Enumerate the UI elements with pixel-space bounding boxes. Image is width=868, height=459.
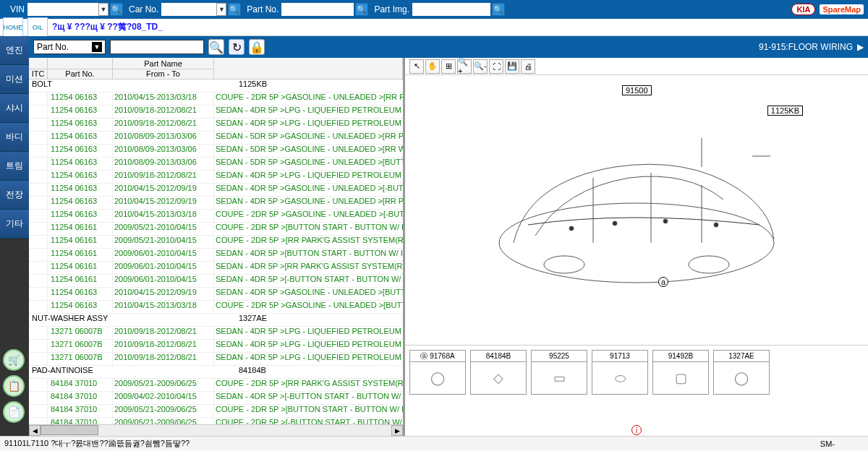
next-icon[interactable]: ▶ [857,42,864,52]
table-row[interactable]: 11254 061612009/05/21-2010/04/15COUPE - … [29,236,403,249]
zoom-area-icon[interactable]: ⊞ [441,59,456,74]
refresh-button[interactable]: ↻ [229,39,244,55]
svg-point-0 [499,203,774,283]
partno-search-icon[interactable]: 🔍 [355,3,368,16]
table-row[interactable]: 11254 061632010/04/15-2012/09/19SEDAN - … [29,184,403,197]
parts-table: ITC Part No. Part NameFrom - To BOLT1125… [29,58,405,436]
thumbnail[interactable]: 95225▭ [531,350,587,395]
wiring-diagram[interactable]: 91500 1125KB a [405,75,868,345]
callout-1125kb: 1125KB [767,106,803,116]
vin-dropdown-icon[interactable]: ▼ [98,3,109,16]
cart-icon[interactable]: 🛒 [3,349,25,371]
sidebar-tab[interactable]: 트림 [0,152,29,181]
table-row[interactable]: 11254 061612009/06/01-2010/04/15SEDAN - … [29,275,403,288]
table-header: ITC Part No. Part NameFrom - To [29,58,403,80]
table-row[interactable]: 11254 061632010/04/15-2013/03/18COUPE - … [29,301,403,314]
col-fromto: From - To [146,69,180,78]
horizontal-scrollbar[interactable]: ◀ ▶ [29,424,403,436]
vin-search-icon[interactable]: 🔍 [110,3,123,16]
sidebar-tab[interactable]: 미션 [0,65,29,94]
table-row[interactable]: 11254 061632010/08/09-2013/03/06SEDAN - … [29,158,403,171]
sidebar-tab[interactable]: 엔진 [0,36,29,65]
callout-a: a [658,277,668,287]
partno-dropdown-label: Part No. [37,42,69,52]
partno-input[interactable] [281,3,354,16]
sidebar-tab[interactable]: 기타 [0,210,29,239]
thumbnail[interactable]: 91713⬭ [592,350,648,395]
thumbnail[interactable]: ⓐ 91768A◯ [409,350,466,395]
callout-91500: 91500 [622,85,652,95]
scroll-thumb[interactable] [41,425,98,435]
vin-input[interactable] [27,3,98,16]
thumbnail[interactable]: 1327AE◯ [713,350,770,395]
save-icon[interactable]: 💾 [505,59,519,74]
vin-label: VIN [10,4,25,14]
table-row[interactable]: 11254 061612009/05/21-2010/04/15COUPE - … [29,223,403,236]
zoom-in-icon[interactable]: 🔍+ [457,59,472,74]
scroll-right-icon[interactable]: ▶ [391,425,403,436]
table-row[interactable]: 11254 061632010/09/18-2012/08/21SEDAN - … [29,119,403,132]
table-group-row[interactable]: BOLT1125KB [29,80,403,93]
home-icon[interactable]: HOME [3,17,23,38]
table-row[interactable]: 84184 370102009/05/21-2009/06/25COUPE - … [29,405,403,418]
svg-point-4 [613,221,617,226]
table-row[interactable]: 11254 061632010/04/15-2013/03/18COUPE - … [29,93,403,106]
doc-icon[interactable]: 📄 [3,401,25,423]
carno-dropdown-icon[interactable]: ▼ [216,3,226,16]
table-row[interactable]: 11254 061632010/09/18-2012/08/21SEDAN - … [29,106,403,119]
table-group-row[interactable]: PAD-ANTINOISE84184B [29,366,403,379]
sidebar-tab[interactable]: 바디 [0,123,29,152]
search-button[interactable]: 🔍 [208,39,224,55]
svg-point-1 [544,256,584,273]
table-row[interactable]: 84184 370102009/04/02-2010/04/15SEDAN - … [29,392,403,405]
oil-icon[interactable]: OIL [27,17,48,38]
table-row[interactable]: 84184 370102009/05/21-2009/06/25COUPE - … [29,418,403,424]
parts-search-input[interactable] [110,40,204,54]
table-row[interactable]: 11254 061612009/06/01-2010/04/15SEDAN - … [29,249,403,262]
carno-label: Car No. [129,4,158,14]
fit-icon[interactable]: ⛶ [489,59,503,74]
carno-search-icon[interactable]: 🔍 [228,3,241,16]
lock-button[interactable]: 🔒 [249,39,265,55]
hand-icon[interactable]: ✋ [425,59,440,74]
table-row[interactable]: 11254 061632010/04/15-2012/09/19SEDAN - … [29,197,403,210]
thumbnail[interactable]: 84184B◇ [470,350,527,395]
col-partname: Part Name [113,59,213,69]
sparemap-logo: SpareMap [820,4,864,14]
top-search-bar: VIN ▼ 🔍 Car No. ▼ 🔍 Part No. 🔍 Part Img.… [0,0,868,19]
scroll-left-icon[interactable]: ◀ [29,425,41,436]
status-right: SM- [820,439,835,448]
svg-point-5 [663,219,668,223]
carno-input[interactable] [161,3,216,16]
table-row[interactable]: 11254 061632010/04/15-2013/03/18COUPE - … [29,210,403,223]
table-row[interactable]: 13271 06007B2010/09/18-2012/08/21SEDAN -… [29,340,403,353]
list-icon[interactable]: 📋 [3,375,25,397]
table-row[interactable]: 11254 061632010/08/09-2013/03/06SEDAN - … [29,132,403,145]
sidebar-tab[interactable]: 샤시 [0,94,29,123]
thumbnail[interactable]: 91492B▢ [652,350,709,395]
svg-point-6 [714,223,718,227]
table-body[interactable]: BOLT1125KB11254 061632010/04/15-2013/03/… [29,80,403,424]
table-group-row[interactable]: NUT-WASHER ASSY1327AE [29,314,403,327]
kia-logo: KIA [791,4,815,15]
sidebar-tab[interactable]: 전장 [0,181,29,210]
car-illustration [485,116,788,304]
table-row[interactable]: 11254 061632010/08/09-2013/03/06SEDAN - … [29,145,403,158]
pointer-icon[interactable]: ↖ [409,59,424,74]
table-row[interactable]: 13271 06007B2010/09/18-2012/08/21SEDAN -… [29,327,403,340]
table-row[interactable]: 11254 061632010/09/18-2012/08/21SEDAN - … [29,171,403,184]
info-icon[interactable]: i [631,425,642,435]
partimg-input[interactable] [412,3,490,16]
print-icon[interactable]: 🖨 [521,59,535,74]
svg-point-2 [689,256,729,273]
table-row[interactable]: 11254 061612009/06/01-2010/04/15SEDAN - … [29,262,403,275]
table-row[interactable]: 13271 06007B2010/09/18-2012/08/21SEDAN -… [29,353,403,366]
breadcrumb: HOME OIL ?щ ¥ ???щ ¥ ??荑?08_TD_ [0,19,868,36]
partimg-search-icon[interactable]: 🔍 [492,3,505,16]
partno-dropdown[interactable]: Part No. ▼ [33,40,106,54]
col-partno: Part No. [65,69,94,78]
zoom-out-icon[interactable]: 🔍- [473,59,488,74]
table-row[interactable]: 11254 061632010/04/15-2012/09/19SEDAN - … [29,288,403,301]
breadcrumb-text: ?щ ¥ ???щ ¥ ??荑?08_TD_ [52,21,163,33]
table-row[interactable]: 84184 370102009/05/21-2009/06/25COUPE - … [29,379,403,392]
